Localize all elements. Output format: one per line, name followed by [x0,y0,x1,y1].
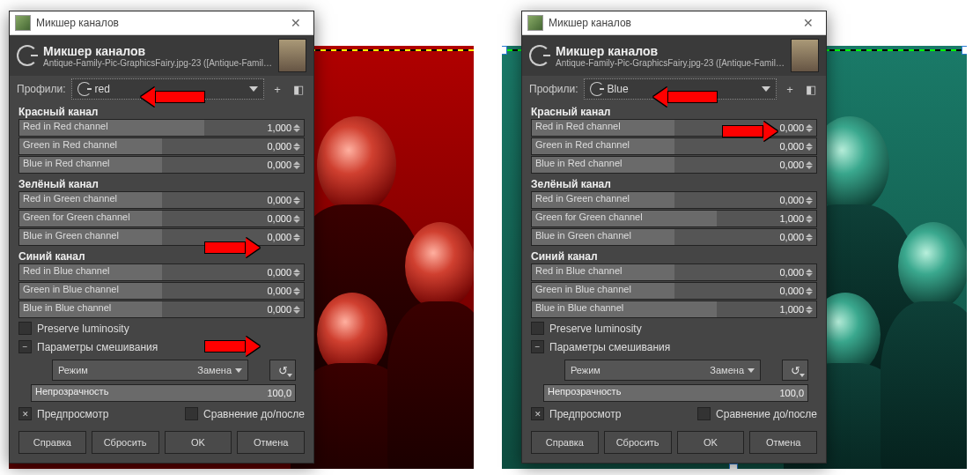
spinner-icon[interactable] [806,287,814,295]
chevron-down-icon [249,86,258,92]
dialog-subtitle: Antique-Family-Pic-GraphicsFairy.jpg-23 … [556,58,785,68]
slider-green-for-green[interactable]: Green for Green channel 0,000 [18,210,305,227]
spinner-icon[interactable] [806,234,814,241]
slider-red-in-green[interactable]: Red in Green channel 0,000 [18,191,305,209]
blend-reset-button[interactable]: ↺ [269,360,296,381]
gegl-icon [590,82,604,96]
slider-red-in-blue[interactable]: Red in Blue channel 0,000 [531,263,817,281]
compare-checkbox[interactable] [185,407,198,420]
spinner-icon[interactable] [806,161,814,169]
spinner-icon[interactable] [293,161,302,169]
slider-red-in-blue[interactable]: Red in Blue channel 0,000 [18,263,305,281]
manage-profile-button[interactable]: ◧ [291,81,306,97]
titlebar[interactable]: Микшер каналов ✕ [522,11,826,35]
slider-red-in-red[interactable]: Red in Red channel 0,000 [531,119,817,137]
close-icon[interactable]: ✕ [284,16,308,30]
help-button[interactable]: Справка [18,431,86,454]
preserve-luminosity-checkbox[interactable] [531,322,544,335]
section-red: Красный канал [10,102,313,118]
spinner-icon[interactable] [806,269,814,277]
compare-label: Сравнение до/после [203,408,305,420]
reset-button[interactable]: Сбросить [604,431,672,454]
preserve-luminosity-label: Preserve luminosity [549,323,642,335]
preview-checkbox[interactable]: ✕ [18,407,32,420]
slider-green-in-red[interactable]: Green in Red channel 0,000 [531,137,817,155]
blend-expander[interactable]: − [531,340,544,353]
slider-red-in-red[interactable]: Red in Red channel 1,000 [18,119,305,137]
slider-green-in-blue[interactable]: Green in Blue channel 0,000 [531,282,817,300]
slider-blue-in-green[interactable]: Blue in Green channel 0,000 [531,228,817,246]
section-red: Красный канал [522,102,826,118]
blend-section-label: Параметры смешивания [37,341,158,353]
blend-reset-button[interactable]: ↺ [782,360,808,381]
spinner-icon[interactable] [293,124,302,132]
dialog-header: Микшер каналов Antique-Family-Pic-Graphi… [522,35,826,76]
blend-mode-combo[interactable]: Режим Замена [52,360,248,381]
spinner-icon[interactable] [293,287,302,295]
close-icon[interactable]: ✕ [796,16,821,30]
spinner-icon[interactable] [806,197,814,204]
add-profile-button[interactable]: + [782,81,798,97]
slider-red-in-green[interactable]: Red in Green channel 0,000 [531,191,817,209]
dialog-title: Микшер каналов [43,44,278,58]
spinner-icon[interactable] [806,124,814,132]
slider-blue-in-red[interactable]: Blue in Red channel 0,000 [18,156,305,174]
reset-button[interactable]: Сбросить [92,431,159,454]
window-title: Микшер каналов [36,17,284,29]
chevron-down-icon [748,368,755,373]
preview-label: Предпросмотр [37,408,108,420]
slider-blue-in-blue[interactable]: Blue in Blue channel 0,000 [18,301,305,318]
image-thumbnail [791,39,819,72]
opacity-slider[interactable]: Непрозрачность 100,0 [543,384,808,402]
blend-section-label: Параметры смешивания [549,341,670,353]
ok-button[interactable]: OK [165,431,232,454]
titlebar[interactable]: Микшер каналов ✕ [10,11,313,35]
image-thumbnail [278,39,306,72]
preview-checkbox[interactable]: ✕ [531,407,544,420]
slider-blue-in-blue[interactable]: Blue in Blue channel 1,000 [531,301,817,318]
spinner-icon[interactable] [293,306,302,314]
blend-expander[interactable]: − [18,340,32,353]
compare-label: Сравнение до/после [716,408,817,420]
chevron-down-icon [762,86,770,92]
manage-profile-button[interactable]: ◧ [803,81,819,97]
profile-combo[interactable]: red [71,78,264,100]
slider-blue-in-green[interactable]: Blue in Green channel 0,000 [18,228,305,246]
preserve-luminosity-label: Preserve luminosity [37,323,129,335]
gegl-icon [17,45,38,66]
slider-green-in-blue[interactable]: Green in Blue channel 0,000 [18,282,305,300]
profile-value: Blue [608,83,756,95]
spinner-icon[interactable] [806,143,814,151]
app-icon [15,15,31,31]
help-button[interactable]: Справка [531,431,599,454]
spinner-icon[interactable] [806,306,814,314]
opacity-slider[interactable]: Непрозрачность 100,0 [31,384,296,402]
compare-checkbox[interactable] [697,407,711,420]
profile-label: Профили: [529,83,578,95]
section-blue: Синий канал [10,247,313,263]
dialog-subtitle: Antique-Family-Pic-GraphicsFairy.jpg-23 … [43,58,272,68]
add-profile-button[interactable]: + [269,81,285,97]
gegl-icon [529,45,550,66]
spinner-icon[interactable] [806,215,814,223]
spinner-icon[interactable] [293,215,302,223]
dialog-title: Микшер каналов [556,44,791,58]
slider-blue-in-red[interactable]: Blue in Red channel 0,000 [531,156,817,174]
channel-mixer-dialog: Микшер каналов ✕ Микшер каналов Antique-… [9,11,314,464]
blend-mode-combo[interactable]: Режим Замена [564,360,761,381]
app-icon [527,15,543,31]
ok-button[interactable]: OK [677,431,745,454]
slider-green-in-red[interactable]: Green in Red channel 0,000 [18,137,305,155]
slider-green-for-green[interactable]: Green for Green channel 1,000 [531,210,817,227]
preserve-luminosity-checkbox[interactable] [18,322,32,335]
spinner-icon[interactable] [293,234,302,241]
cancel-button[interactable]: Отмена [749,431,817,454]
spinner-icon[interactable] [293,143,302,151]
cancel-button[interactable]: Отмена [237,431,305,454]
gegl-icon [77,82,92,96]
section-green: Зелёный канал [10,174,313,190]
spinner-icon[interactable] [293,197,302,204]
channel-mixer-dialog: Микшер каналов ✕ Микшер каналов Antique-… [521,11,827,464]
spinner-icon[interactable] [293,269,302,277]
profile-combo[interactable]: Blue [584,78,777,100]
